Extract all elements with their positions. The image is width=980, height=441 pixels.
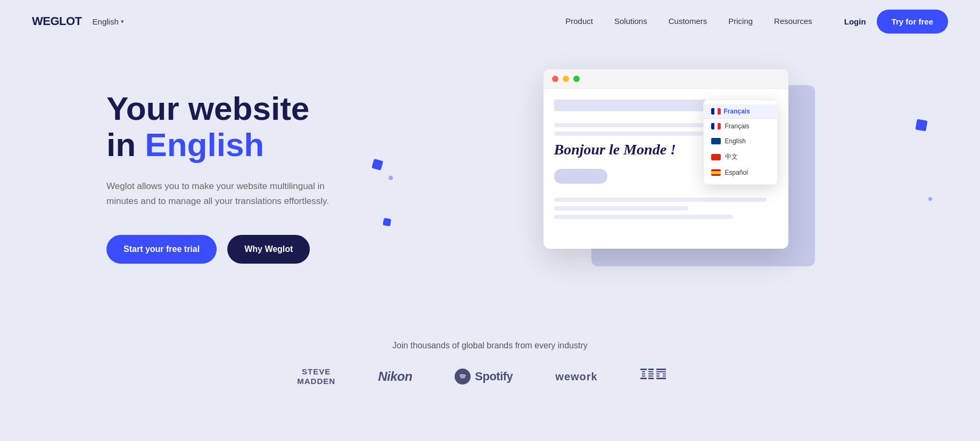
hero-title-highlight: English <box>145 126 264 163</box>
brand-nikon: Nikon <box>378 369 412 384</box>
svg-rect-8 <box>648 373 654 374</box>
hero-visual: Bonjour le Monde ! Français <box>394 75 948 249</box>
browser-dot-green <box>573 76 580 82</box>
nav-item-pricing[interactable]: Pricing <box>728 17 753 26</box>
login-button[interactable]: Login <box>844 17 866 26</box>
brand-wework: wework <box>555 371 597 383</box>
spotify-icon <box>455 369 471 385</box>
svg-rect-19 <box>656 378 666 379</box>
start-free-trial-button[interactable]: Start your free trial <box>106 235 217 264</box>
browser-content: Bonjour le Monde ! Français <box>543 89 788 249</box>
lang-en-label: English <box>725 137 746 145</box>
lang-es-label: Español <box>725 169 748 176</box>
hero-title-line1: Your website <box>106 90 309 127</box>
decorative-square-1 <box>372 159 383 170</box>
svg-rect-7 <box>648 371 653 372</box>
brands-section: Join thousands of global brands from eve… <box>0 320 980 397</box>
flag-es <box>711 169 721 176</box>
svg-rect-2 <box>642 371 645 372</box>
flag-fr-header <box>711 108 721 115</box>
svg-rect-13 <box>660 371 663 372</box>
flag-en <box>711 138 721 144</box>
chevron-down-icon: ▾ <box>121 18 124 25</box>
brand-ibm <box>640 366 683 387</box>
hero-description: Weglot allows you to make your website m… <box>106 179 330 208</box>
language-dropdown[interactable]: Français Français English 中文 <box>703 100 778 185</box>
hero-buttons: Start your free trial Why Weglot <box>106 235 373 264</box>
browser-dot-red <box>552 76 558 82</box>
nav-item-customers[interactable]: Customers <box>669 17 707 26</box>
logo[interactable]: WEGLOT <box>32 14 82 28</box>
svg-rect-14 <box>663 371 666 372</box>
svg-rect-18 <box>663 375 666 377</box>
svg-rect-16 <box>663 373 666 374</box>
browser-bar <box>543 69 788 89</box>
hero-section: Your website in English Weglot allows yo… <box>0 43 980 320</box>
brands-row: STEVEMADDEN Nikon Spotify wework <box>32 366 948 387</box>
lang-item-es[interactable]: Español <box>704 165 777 180</box>
nav-item-resources[interactable]: Resources <box>774 17 812 26</box>
spotify-label: Spotify <box>475 370 513 383</box>
svg-rect-12 <box>656 371 660 372</box>
brand-steve-madden: STEVEMADDEN <box>297 367 335 386</box>
decorative-square-2 <box>383 218 391 226</box>
svg-rect-4 <box>642 375 645 377</box>
lang-item-fr[interactable]: Français <box>704 119 777 134</box>
decorative-dot-1 <box>389 176 393 180</box>
flag-zh <box>711 154 721 160</box>
hero-title-prefix: in <box>106 126 145 163</box>
brands-tagline: Join thousands of global brands from eve… <box>32 341 948 350</box>
bottom-line-1 <box>554 198 767 202</box>
nav-links: Product Solutions Customers Pricing Reso… <box>565 17 812 26</box>
hero-content: Your website in English Weglot allows yo… <box>106 75 373 264</box>
bottom-line-2 <box>554 206 688 210</box>
svg-rect-5 <box>640 378 647 379</box>
lang-zh-label: 中文 <box>725 152 738 161</box>
svg-rect-17 <box>656 375 660 377</box>
page-bottom-lines <box>554 192 778 224</box>
svg-rect-15 <box>656 373 660 374</box>
why-weglot-button[interactable]: Why Weglot <box>227 235 310 264</box>
browser-dot-yellow <box>563 76 569 82</box>
navbar: WEGLOT English ▾ Product Solutions Custo… <box>0 0 980 43</box>
language-selector[interactable]: English ▾ <box>93 17 124 26</box>
browser-mockup-wrapper: Bonjour le Monde ! Français <box>543 69 799 249</box>
page-title-placeholder <box>554 100 711 111</box>
nav-right: Login Try for free <box>844 10 948 34</box>
nav-item-solutions[interactable]: Solutions <box>614 17 647 26</box>
language-label: English <box>93 17 119 26</box>
lang-dropdown-header: Français <box>704 104 777 119</box>
browser-card: Bonjour le Monde ! Français <box>543 69 788 249</box>
svg-rect-1 <box>640 369 647 370</box>
flag-fr <box>711 123 721 129</box>
hero-title: Your website in English <box>106 91 373 163</box>
try-for-free-button[interactable]: Try for free <box>877 10 948 34</box>
lang-item-en[interactable]: English <box>704 134 777 149</box>
lang-header-label: Français <box>724 108 750 115</box>
svg-rect-10 <box>648 378 654 379</box>
lang-fr-label: Français <box>725 123 750 130</box>
svg-rect-3 <box>642 373 645 374</box>
lang-item-zh[interactable]: 中文 <box>704 149 777 165</box>
page-button-placeholder <box>554 169 607 184</box>
bottom-line-3 <box>554 215 733 219</box>
svg-rect-9 <box>648 375 653 377</box>
svg-rect-6 <box>648 369 654 370</box>
nav-item-product[interactable]: Product <box>565 17 593 26</box>
svg-rect-11 <box>656 369 666 370</box>
brand-spotify: Spotify <box>455 369 513 385</box>
